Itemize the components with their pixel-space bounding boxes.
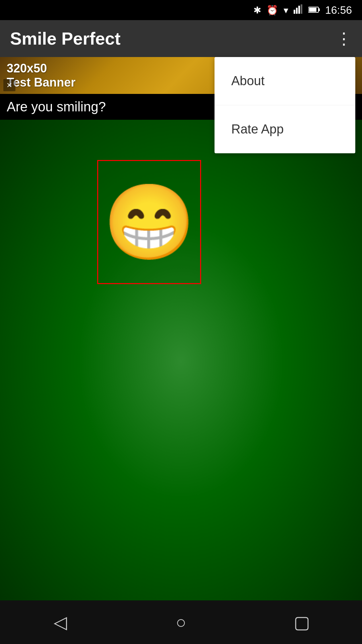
menu-item-rate-app[interactable]: Rate App <box>215 105 355 153</box>
menu-item-about[interactable]: About <box>215 57 355 105</box>
dropdown-menu: About Rate App <box>215 57 355 153</box>
